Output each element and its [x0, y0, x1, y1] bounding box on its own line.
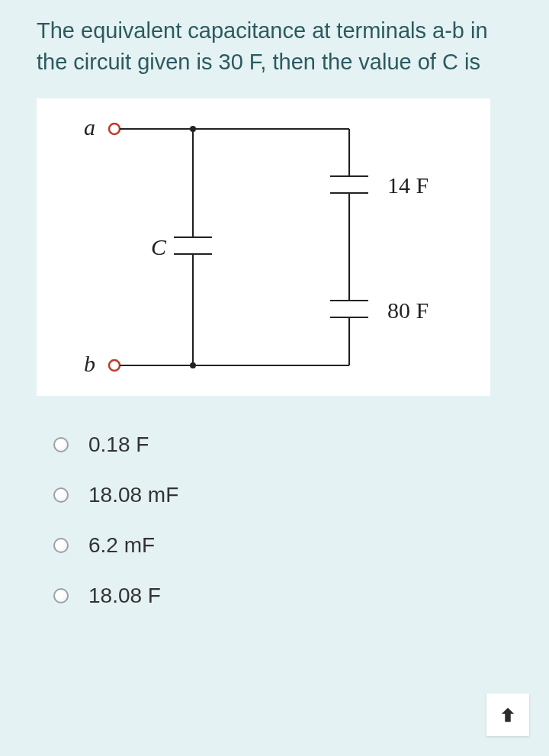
arrow-up-icon [497, 704, 518, 725]
radio-icon [53, 588, 69, 603]
option-1[interactable]: 0.18 F [53, 433, 518, 457]
option-label: 18.08 mF [88, 483, 178, 507]
answer-options: 0.18 F 18.08 mF 6.2 mF 18.08 F [53, 433, 518, 608]
question-text: The equivalent capacitance at terminals … [37, 15, 518, 77]
radio-icon [53, 538, 69, 553]
scroll-to-top-button[interactable] [486, 693, 529, 736]
option-label: 0.18 F [88, 433, 149, 457]
terminal-a-label: a [84, 114, 95, 140]
option-label: 18.08 F [88, 584, 161, 608]
terminal-a-node [109, 124, 120, 134]
radio-icon [53, 487, 69, 503]
capacitor-80f-label: 80 F [387, 298, 429, 323]
radio-icon [53, 437, 69, 452]
circuit-diagram: a b [37, 98, 490, 396]
terminal-b-label: b [84, 351, 95, 376]
option-2[interactable]: 18.08 mF [53, 483, 518, 507]
option-4[interactable]: 18.08 F [53, 584, 518, 608]
node-dot [190, 126, 196, 132]
node-dot [190, 362, 196, 368]
capacitor-14f-label: 14 F [387, 172, 429, 198]
option-label: 6.2 mF [88, 533, 155, 558]
terminal-b-node [109, 360, 120, 371]
option-3[interactable]: 6.2 mF [53, 533, 518, 558]
capacitor-c-label: C [151, 234, 167, 259]
